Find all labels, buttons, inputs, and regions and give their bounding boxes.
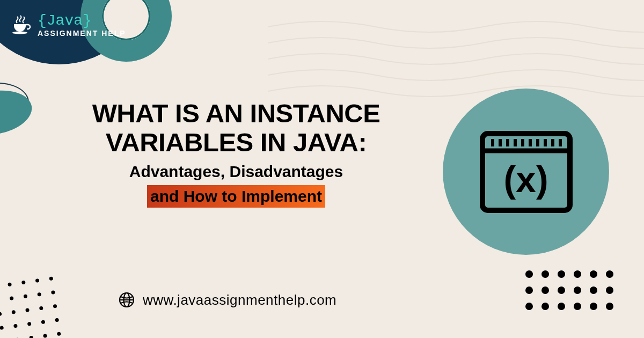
svg-rect-10 (544, 139, 547, 146)
logo-title: {Java} (38, 13, 126, 28)
heading-line-2: VARIABLES IN JAVA: (106, 128, 367, 157)
svg-point-0 (12, 32, 27, 34)
svg-rect-3 (491, 139, 494, 146)
heading-line-1: WHAT IS AN INSTANCE (92, 99, 380, 128)
coffee-cup-icon (11, 14, 32, 36)
dots-right-decoration (525, 270, 620, 317)
svg-rect-12 (559, 139, 562, 146)
left-blob-decoration (0, 85, 35, 140)
svg-rect-8 (529, 139, 532, 146)
svg-text:(x): (x) (503, 159, 548, 200)
globe-icon (118, 291, 135, 308)
heading-subtitle: Advantages, Disadvantages (70, 163, 402, 181)
wavy-lines-decoration (268, 16, 644, 113)
svg-rect-5 (506, 139, 509, 146)
logo: {Java} ASSIGNMENT HELP (11, 13, 126, 37)
logo-tagline: ASSIGNMENT HELP (38, 30, 126, 37)
website-url[interactable]: www.javaassignmenthelp.com (143, 292, 336, 308)
svg-rect-9 (536, 139, 539, 146)
dots-left-decoration (0, 276, 64, 338)
website-row: www.javaassignmenthelp.com (118, 291, 336, 308)
svg-rect-11 (551, 139, 554, 146)
svg-rect-4 (499, 139, 502, 146)
svg-rect-7 (521, 139, 524, 146)
svg-rect-6 (514, 139, 517, 146)
heading-highlight: and How to Implement (147, 185, 325, 208)
variable-window-icon: (x) (479, 130, 573, 214)
icon-circle: (x) (443, 89, 609, 255)
main-heading-block: WHAT IS AN INSTANCE VARIABLES IN JAVA: A… (70, 99, 402, 208)
